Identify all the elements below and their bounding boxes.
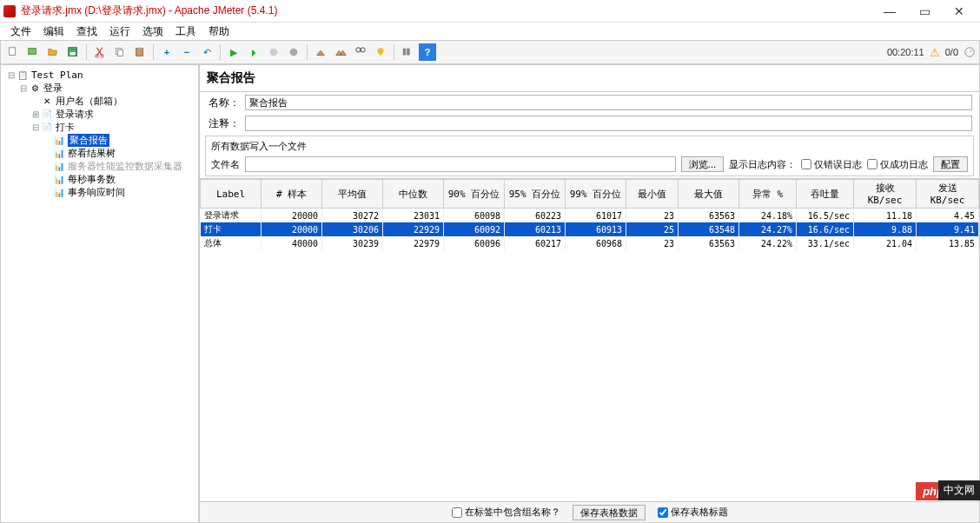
- column-header[interactable]: 吞吐量: [797, 180, 854, 209]
- start-no-timers-icon[interactable]: ⏵: [245, 43, 262, 61]
- svg-point-13: [361, 48, 365, 52]
- column-header[interactable]: 异常 %: [739, 180, 797, 209]
- menu-options[interactable]: 选项: [137, 23, 169, 41]
- column-header[interactable]: 99% 百分位: [566, 180, 626, 209]
- svg-rect-0: [10, 48, 16, 56]
- sampler-icon: 📄: [41, 122, 53, 133]
- column-header[interactable]: 95% 百分位: [505, 180, 566, 209]
- open-icon[interactable]: [44, 43, 62, 61]
- column-header[interactable]: 发送 KB/sec: [917, 180, 979, 209]
- threadgroup-icon: ⚙: [29, 83, 41, 94]
- warning-icon[interactable]: ⚠: [930, 46, 940, 59]
- paste-icon[interactable]: [131, 43, 149, 61]
- toolbar: + − ↶ ▶ ⏵ ? 00:20:11 ⚠ 0/0: [0, 40, 980, 64]
- menubar: 文件 编辑 查找 运行 选项 工具 帮助: [0, 23, 980, 40]
- column-header[interactable]: 接收 KB/sec: [854, 180, 917, 209]
- clear-all-icon[interactable]: [332, 43, 349, 61]
- log-label: 显示日志内容：: [729, 158, 796, 171]
- menu-tools[interactable]: 工具: [170, 23, 202, 41]
- new-icon[interactable]: [4, 43, 22, 61]
- tree-panel[interactable]: ⊟ 📋 Test Plan ⊟ ⚙ 登录 ✕ 用户名（邮箱） ⊞ 📄 登录请求 …: [0, 64, 199, 523]
- stop-icon[interactable]: [265, 43, 282, 61]
- column-header[interactable]: Label: [201, 180, 262, 209]
- search-icon[interactable]: [352, 43, 369, 61]
- expand-icon[interactable]: ⊞: [30, 109, 41, 119]
- add-icon[interactable]: +: [158, 43, 175, 61]
- menu-run[interactable]: 运行: [104, 23, 136, 41]
- column-header[interactable]: 最大值: [679, 180, 739, 209]
- include-group-name-checkbox[interactable]: 在标签中包含组名称？: [452, 506, 560, 519]
- tree-punch[interactable]: ⊟ 📄 打卡: [6, 121, 193, 134]
- menu-edit[interactable]: 编辑: [38, 23, 70, 41]
- tree-user-params[interactable]: ✕ 用户名（邮箱）: [6, 95, 193, 108]
- comment-input[interactable]: [245, 116, 972, 131]
- close-button[interactable]: ✕: [942, 1, 977, 22]
- thread-count: 0/0: [945, 47, 958, 57]
- menu-search[interactable]: 查找: [71, 23, 103, 41]
- menu-file[interactable]: 文件: [5, 23, 36, 41]
- start-icon[interactable]: ▶: [225, 43, 242, 61]
- listener-icon: 📊: [53, 175, 65, 185]
- window-title: 登录请求.jmx (D:\登录请求.jmx) - Apache JMeter (…: [21, 3, 872, 18]
- tree-thread-group[interactable]: ⊟ ⚙ 登录: [6, 82, 193, 95]
- cut-icon[interactable]: [91, 43, 109, 61]
- tree-response-time[interactable]: 📊 事务响应时间: [6, 186, 193, 199]
- tree-tps[interactable]: 📊 每秒事务数: [6, 173, 193, 186]
- remove-icon[interactable]: −: [178, 43, 195, 61]
- filename-label: 文件名: [211, 158, 240, 171]
- templates-icon[interactable]: [24, 43, 42, 61]
- svg-point-11: [290, 49, 298, 56]
- gauge-icon: [963, 46, 976, 58]
- app-icon: [3, 5, 16, 17]
- listener-icon: 📊: [53, 188, 65, 198]
- svg-rect-3: [70, 52, 76, 56]
- svg-point-12: [356, 48, 361, 52]
- svg-rect-14: [403, 49, 407, 56]
- listener-icon: 📊: [53, 149, 65, 159]
- collapse-icon[interactable]: ⊟: [6, 70, 17, 80]
- undo-icon[interactable]: ↶: [198, 43, 215, 61]
- help-icon[interactable]: ?: [419, 43, 436, 61]
- column-header[interactable]: 平均值: [322, 180, 383, 209]
- name-input[interactable]: [245, 95, 972, 110]
- column-header[interactable]: 90% 百分位: [444, 180, 505, 209]
- table-row[interactable]: 登录请求200003027223031600986022361017236356…: [201, 209, 979, 223]
- column-header[interactable]: # 样本: [262, 180, 322, 209]
- success-only-checkbox[interactable]: 仅成功日志: [867, 158, 928, 171]
- browse-button[interactable]: 浏览...: [681, 156, 724, 172]
- file-section-title: 所有数据写入一个文件: [211, 140, 968, 153]
- collapse-icon[interactable]: ⊟: [18, 83, 29, 93]
- listener-icon: 📊: [53, 136, 65, 146]
- svg-rect-1: [29, 49, 36, 55]
- minimize-button[interactable]: —: [872, 1, 907, 22]
- svg-rect-15: [407, 49, 410, 56]
- column-header[interactable]: 最小值: [626, 180, 679, 209]
- column-header[interactable]: 中位数: [383, 180, 444, 209]
- maximize-button[interactable]: ▭: [907, 1, 942, 22]
- tree-perfmon[interactable]: 📊 服务器性能监控数据采集器: [6, 160, 193, 173]
- menu-help[interactable]: 帮助: [203, 23, 235, 41]
- svg-rect-7: [117, 50, 122, 56]
- function-helper-icon[interactable]: [399, 43, 416, 61]
- configure-button[interactable]: 配置: [933, 156, 968, 172]
- clear-icon[interactable]: [312, 43, 329, 61]
- collapse-icon[interactable]: ⊟: [30, 122, 41, 132]
- save-header-checkbox[interactable]: 保存表格标题: [658, 506, 728, 519]
- tree-login-request[interactable]: ⊞ 📄 登录请求: [6, 108, 193, 121]
- copy-icon[interactable]: [111, 43, 129, 61]
- reset-search-icon[interactable]: [372, 43, 389, 61]
- table-row[interactable]: 总体40000302392297960096602176096823635632…: [201, 236, 979, 250]
- svg-point-10: [270, 49, 278, 56]
- save-icon[interactable]: [64, 43, 82, 61]
- shutdown-icon[interactable]: [285, 43, 302, 61]
- tree-aggregate-report[interactable]: 📊 聚合报告: [6, 134, 193, 147]
- tree-test-plan[interactable]: ⊟ 📋 Test Plan: [6, 69, 193, 82]
- config-icon: ✕: [41, 96, 53, 107]
- table-row[interactable]: 打卡20000302062292960092602136091325635482…: [201, 222, 979, 236]
- filename-input[interactable]: [245, 156, 676, 172]
- tree-results-tree[interactable]: 📊 察看结果树: [6, 147, 193, 160]
- results-table[interactable]: Label# 样本平均值中位数90% 百分位95% 百分位99% 百分位最小值最…: [200, 178, 979, 501]
- listener-icon: 📊: [53, 162, 65, 172]
- save-table-data-button[interactable]: 保存表格数据: [573, 505, 646, 520]
- errors-only-checkbox[interactable]: 仅错误日志: [801, 158, 862, 171]
